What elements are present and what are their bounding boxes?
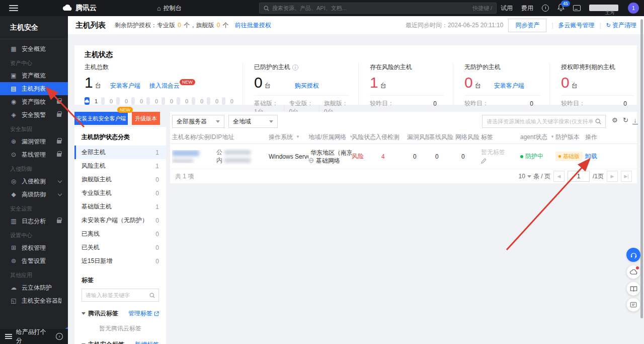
upgrade-version-button[interactable]: 升级版本 <box>132 112 160 125</box>
baseline-count[interactable]: 0 <box>429 153 455 160</box>
sidebar-item-security-overview[interactable]: 安全概览 <box>0 42 68 55</box>
filter-item-flagship-hosts[interactable]: 旗舰版主机0 <box>74 173 166 186</box>
last-page-button[interactable] <box>621 171 632 182</box>
clock-icon[interactable] <box>542 5 549 12</box>
sidebar-item-host-list[interactable]: 主机列表 <box>0 82 68 95</box>
search-icon <box>595 118 601 124</box>
manage-tags-link[interactable]: 管理标签 <box>128 309 159 318</box>
lock-icon <box>57 100 61 104</box>
stat-risky-hosts: 存在风险的主机 1 台 较昨日：0 <box>358 63 453 116</box>
info-icon[interactable]: i <box>292 64 298 71</box>
host-name-cell[interactable] <box>172 150 216 163</box>
install-client-link[interactable]: 安装客户端 <box>110 82 140 90</box>
refresh-icon[interactable] <box>623 117 628 123</box>
filter-item-offline[interactable]: 已离线0 <box>74 227 166 241</box>
rate-product-link[interactable]: 给产品打个分 <box>16 328 52 344</box>
filter-item-new-15days[interactable]: 近15日新增0 <box>74 254 166 268</box>
filter-item-basic-hosts[interactable]: 基础版主机1 <box>74 200 166 214</box>
sidebar-item-license-management[interactable]: 授权管理 <box>0 241 68 254</box>
quota-summary: 剩余防护授权：专业版 0 个，旗舰版 0 个 <box>115 21 229 30</box>
sidebar-item-intrusion-detection[interactable]: 入侵检测 <box>0 175 68 188</box>
intrusion-count[interactable]: 4 <box>375 153 407 160</box>
multicloud-account-link[interactable]: 多云账号管理 <box>558 21 595 30</box>
table-row[interactable]: 公 内 Windows Serve... 华东地区（南京... 基础网络 风险 … <box>170 144 637 169</box>
scrollbar-thumb[interactable] <box>640 19 643 318</box>
account-name[interactable]: 土为 <box>589 4 619 13</box>
per-page-select[interactable]: 10 条 / 页 <box>519 172 550 181</box>
avatar[interactable]: 1 <box>628 3 639 14</box>
sidebar-item-alarm-settings[interactable]: 告警设置 <box>0 254 68 267</box>
sidebar-item-asset-overview[interactable]: 资产概览 <box>0 69 68 82</box>
survey-button[interactable] <box>626 298 640 312</box>
tag-search-input[interactable] <box>86 292 147 298</box>
buy-license-link[interactable]: 购买授权 <box>295 82 319 90</box>
section-settings-center: 设置中心 <box>0 229 68 241</box>
headset-icon <box>630 251 637 259</box>
console-link[interactable]: 控制台 <box>157 4 182 13</box>
filter-item-all-hosts[interactable]: 全部主机1 <box>74 146 166 159</box>
sidebar-item-log-analysis[interactable]: 日志分析 <box>0 215 68 228</box>
network-risk-count[interactable]: 0 <box>455 153 481 160</box>
book-icon <box>630 286 637 292</box>
server-filter-dropdown[interactable]: 全部服务器 <box>172 115 224 128</box>
page-title: 主机列表 <box>75 21 106 30</box>
filter-icon[interactable] <box>550 134 555 139</box>
host-table-card: 全部服务器 全地域 主机名称/实例ID IP地址 操作系统 地域/所属网络 风险… <box>170 112 637 183</box>
rate-arrow-icon[interactable]: › <box>56 333 63 340</box>
lock-icon <box>57 153 61 157</box>
workbench-icon[interactable] <box>573 5 581 11</box>
caret-down-icon <box>527 175 531 178</box>
next-page-button[interactable] <box>607 171 618 182</box>
asset-cleanup-link[interactable]: 资产清理 <box>606 21 636 30</box>
cloud-assistant-button[interactable] <box>626 265 640 279</box>
fingerprint-icon <box>10 98 17 105</box>
collapse-sidebar-icon[interactable] <box>5 332 12 340</box>
vuln-count[interactable]: 0 <box>407 153 429 160</box>
column-vuln-risk: 漏洞风险 <box>407 133 429 142</box>
filter-item-pro-hosts[interactable]: 专业版主机0 <box>74 186 166 200</box>
filter-item-risky-hosts[interactable]: 风险主机1 <box>74 159 166 173</box>
home-icon <box>157 5 161 12</box>
filter-item-no-agent[interactable]: 未安装客户端（无防护）0 <box>74 214 166 227</box>
sidebar-item-cloud-protection[interactable]: 云立体防护 <box>0 281 68 294</box>
global-search-box[interactable]: 快捷键 / <box>259 3 497 14</box>
docs-button[interactable] <box>626 282 640 296</box>
sidebar-item-vulnerability-management[interactable]: 漏洞管理 <box>0 135 68 148</box>
protect-version-cell: 基础版 <box>555 152 585 161</box>
sidebar-item-baseline-management[interactable]: 基线管理 <box>0 148 68 161</box>
filter-icon[interactable] <box>296 134 302 139</box>
install-client-link[interactable]: 安装客户端 <box>494 82 524 90</box>
hamburger-menu-icon[interactable] <box>9 4 18 13</box>
notifications-button[interactable]: 45 <box>557 4 565 13</box>
download-icon[interactable] <box>632 117 638 124</box>
sidebar-item-container-security[interactable]: 主机安全容器版 <box>0 294 68 307</box>
batch-license-link[interactable]: 前往批量授权 <box>235 21 271 30</box>
tag-search-box[interactable] <box>82 289 159 302</box>
total-hosts-value: 1 <box>85 75 93 91</box>
uninstall-link[interactable]: 卸载 <box>585 153 597 160</box>
sidebar-item-security-alert[interactable]: 安全预警 <box>0 108 68 121</box>
support-chat-button[interactable] <box>626 248 640 262</box>
sidebar-item-asset-fingerprint[interactable]: 资产指纹 <box>0 95 68 108</box>
tencent-cloud-logo[interactable]: 腾讯云 <box>62 4 97 13</box>
region-filter-dropdown[interactable]: 全地域 <box>228 115 278 128</box>
edit-pencil-icon[interactable] <box>481 158 487 164</box>
table-search-box[interactable] <box>482 115 606 128</box>
container-icon <box>10 297 17 304</box>
menu-trial[interactable]: 试用 <box>501 4 513 13</box>
sync-assets-button[interactable]: 同步资产 <box>508 19 546 32</box>
hybrid-cloud-link[interactable]: 接入混合云 <box>149 82 180 90</box>
sidebar-item-advanced-defense[interactable]: 高级防御 <box>0 188 68 201</box>
global-search-input[interactable] <box>272 5 469 11</box>
add-tag-link[interactable]: 新增标签 <box>135 340 159 344</box>
menu-billing[interactable]: 费用 <box>521 4 533 13</box>
host-status-card: 主机状态 主机总数 1 台 安装客户端 接入混合云 NEW 1 0 0 0 0 … <box>74 45 637 105</box>
page-input[interactable] <box>568 171 590 182</box>
prev-page-button[interactable] <box>553 171 565 182</box>
caret-down-icon[interactable] <box>82 312 86 315</box>
install-agent-button[interactable]: 安装主机安全客户端 <box>74 112 128 125</box>
column-settings-icon[interactable] <box>612 117 618 123</box>
table-search-input[interactable] <box>487 118 593 124</box>
risk-status-cell: 风险 <box>352 152 375 161</box>
filter-item-shutdown[interactable]: 已关机0 <box>74 241 166 254</box>
